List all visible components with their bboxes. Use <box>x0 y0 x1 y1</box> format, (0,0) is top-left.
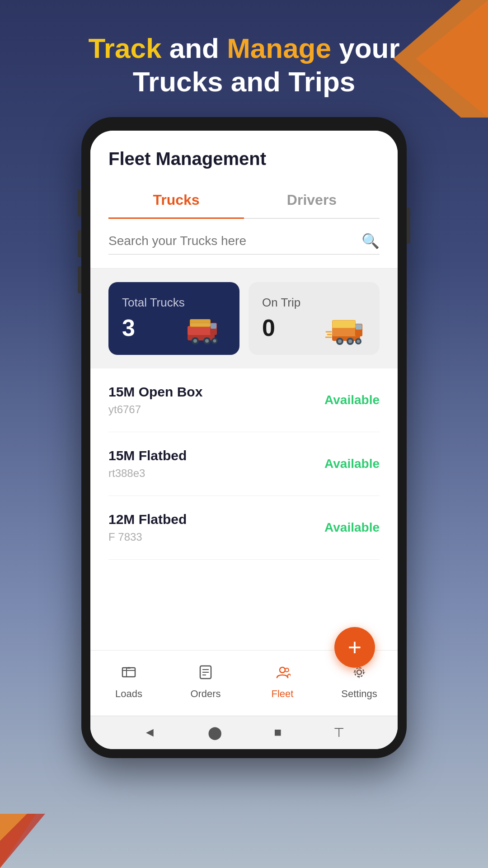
hero-your: your <box>331 33 400 64</box>
hero-section: Track and Manage your Trucks and Trips <box>0 0 488 117</box>
phone-frame: Fleet Management Trucks Drivers 🔍 <box>81 117 407 758</box>
svg-rect-5 <box>211 323 216 329</box>
svg-point-25 <box>348 340 352 343</box>
extra-button[interactable]: ⊤ <box>333 725 344 740</box>
on-trip-label: On Trip <box>262 296 366 310</box>
truck-name-1: 15M Open Box <box>108 384 202 400</box>
app-header: Fleet Management Trucks Drivers <box>90 131 398 219</box>
fleet-label: Fleet <box>272 688 294 700</box>
truck-list: 15M Open Box yt6767 Available 15M Flatbe… <box>90 368 398 650</box>
hero-and: and <box>161 33 227 64</box>
loads-label: Loads <box>115 688 142 700</box>
stat-card-total-trucks: Total Trucks 3 <box>108 282 239 355</box>
hero-manage: Manage <box>227 33 331 64</box>
stats-section: Total Trucks 3 <box>90 269 398 368</box>
truck-item[interactable]: 12M Flatbed F 7833 Available <box>108 496 380 560</box>
svg-rect-21 <box>333 321 355 328</box>
phone-screen: Fleet Management Trucks Drivers 🔍 <box>90 131 398 749</box>
loads-icon <box>121 664 137 684</box>
truck-info-2: 15M Flatbed rt388e3 <box>108 448 187 480</box>
decorative-chevron-bottom <box>0 814 72 868</box>
truck-plate-1: yt6767 <box>108 403 202 416</box>
app-content: Fleet Management Trucks Drivers 🔍 <box>90 131 398 749</box>
plus-icon: + <box>348 636 361 659</box>
add-truck-fab[interactable]: + <box>334 627 375 668</box>
svg-rect-31 <box>122 668 135 677</box>
search-bar: 🔍 <box>108 232 380 255</box>
truck-status-2: Available <box>324 457 380 471</box>
truck-status-3: Available <box>324 520 380 535</box>
back-button[interactable]: ◄ <box>144 725 156 740</box>
recents-button[interactable]: ■ <box>274 725 282 740</box>
truck-info-3: 12M Flatbed F 7833 <box>108 512 187 543</box>
hero-track: Track <box>88 33 161 64</box>
tab-drivers[interactable]: Drivers <box>244 183 380 219</box>
svg-point-11 <box>205 339 209 343</box>
svg-rect-19 <box>356 324 362 330</box>
nav-item-orders[interactable]: Orders <box>167 660 244 704</box>
orders-label: Orders <box>190 688 221 700</box>
search-section: 🔍 <box>90 219 398 269</box>
svg-point-27 <box>357 340 360 343</box>
svg-point-40 <box>357 670 361 675</box>
svg-point-38 <box>280 667 285 673</box>
truck-info-1: 15M Open Box yt6767 <box>108 384 202 416</box>
hero-line2: Trucks and Trips <box>133 66 356 97</box>
tab-bar: Trucks Drivers <box>108 183 380 219</box>
app-title: Fleet Management <box>108 149 380 169</box>
truck-status-1: Available <box>324 393 380 407</box>
orders-icon <box>197 664 214 684</box>
truck-icon-total <box>185 315 235 350</box>
truck-plate-3: F 7833 <box>108 531 187 543</box>
svg-point-23 <box>338 340 342 343</box>
stat-card-on-trip: On Trip 0 <box>249 282 380 355</box>
tab-trucks[interactable]: Trucks <box>108 183 244 219</box>
svg-point-41 <box>355 668 364 677</box>
search-input[interactable] <box>108 234 361 248</box>
nav-item-fleet[interactable]: Fleet <box>244 660 321 704</box>
home-button[interactable]: ⬤ <box>208 725 222 740</box>
truck-icon-trip <box>325 315 375 350</box>
total-trucks-label: Total Trucks <box>122 296 226 310</box>
svg-point-9 <box>193 339 197 343</box>
truck-name-3: 12M Flatbed <box>108 512 187 527</box>
truck-item[interactable]: 15M Flatbed rt388e3 Available <box>108 432 380 496</box>
svg-point-13 <box>213 339 216 342</box>
settings-label: Settings <box>341 688 377 700</box>
truck-plate-2: rt388e3 <box>108 467 187 480</box>
truck-item[interactable]: 15M Open Box yt6767 Available <box>108 368 380 432</box>
hero-title: Track and Manage your Trucks and Trips <box>0 32 488 99</box>
android-nav: ◄ ⬤ ■ ⊤ <box>90 716 398 749</box>
search-icon: 🔍 <box>361 232 380 250</box>
nav-item-loads[interactable]: Loads <box>90 660 167 704</box>
truck-name-2: 15M Flatbed <box>108 448 187 463</box>
fleet-icon <box>274 664 291 684</box>
